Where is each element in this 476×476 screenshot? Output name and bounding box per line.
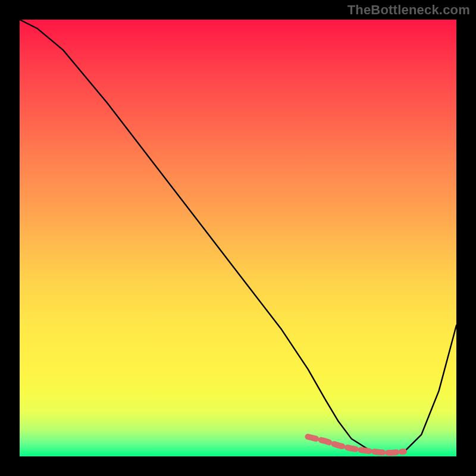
- chart-frame: TheBottleneck.com: [0, 0, 476, 476]
- chart-svg: [20, 20, 456, 456]
- bottom-highlight-curve: [308, 437, 404, 453]
- main-curve: [20, 20, 456, 454]
- watermark-label: TheBottleneck.com: [347, 2, 470, 18]
